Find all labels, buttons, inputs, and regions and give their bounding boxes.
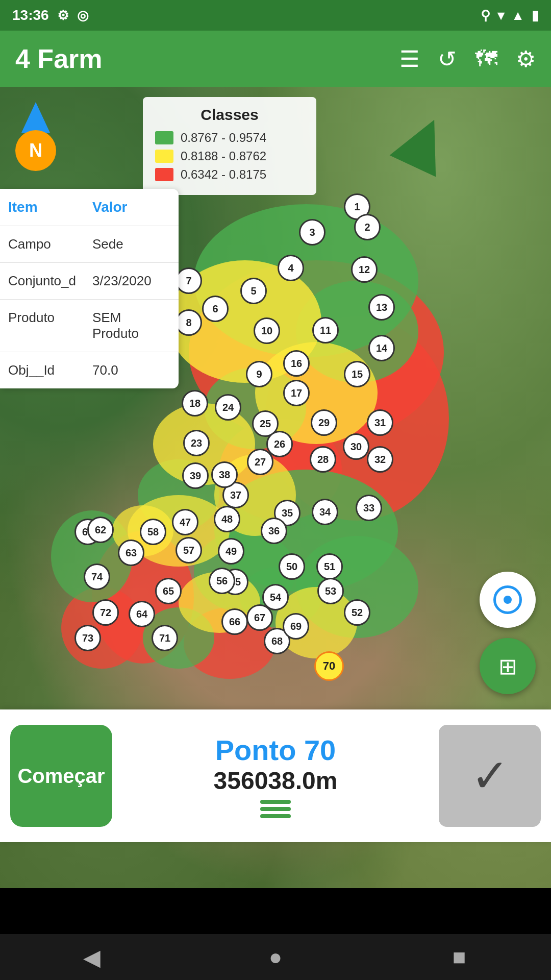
map-point-34[interactable]: 34 — [312, 499, 338, 525]
map-point-23[interactable]: 23 — [183, 430, 210, 456]
check-button[interactable]: ✓ — [439, 725, 541, 827]
map-point-63[interactable]: 63 — [118, 540, 144, 566]
map-point-47[interactable]: 47 — [172, 509, 198, 535]
legend-item-3: 0.6342 - 0.8175 — [155, 167, 304, 182]
map-point-51[interactable]: 51 — [316, 553, 343, 580]
map-point-17[interactable]: 17 — [283, 380, 310, 406]
map-point-13[interactable]: 13 — [368, 294, 395, 321]
map-point-31[interactable]: 31 — [367, 409, 393, 436]
map-point-71[interactable]: 71 — [152, 625, 178, 651]
map-point-38[interactable]: 38 — [211, 461, 238, 488]
map-point-11[interactable]: 11 — [312, 317, 339, 344]
info-table: Item Valor CampoSedeConjunto_d3/23/2020P… — [0, 189, 179, 388]
info-table-row: Conjunto_d3/23/2020 — [0, 263, 179, 300]
layers-icon: ⊞ — [498, 653, 517, 679]
map-point-52[interactable]: 52 — [344, 599, 370, 626]
settings-status-icon: ⚙ — [57, 8, 69, 23]
info-table-item: Conjunto_d — [0, 263, 84, 300]
app-toolbar: 4 Farm ☰ ↺ 🗺 ⚙ — [0, 31, 551, 87]
nav-back-button[interactable]: ◀ — [61, 939, 122, 975]
map-point-18[interactable]: 18 — [182, 390, 208, 416]
map-point-74[interactable]: 74 — [84, 564, 110, 590]
history-icon[interactable]: ↺ — [438, 46, 457, 72]
info-table-valor: 70.0 — [84, 352, 179, 389]
map-container[interactable]: N Classes 0.8767 - 0.9574 0.8188 - 0.876… — [0, 87, 551, 888]
wifi-status-icon: ▾ — [497, 8, 504, 23]
nav-home-button[interactable]: ● — [245, 939, 306, 975]
legend-title: Classes — [155, 106, 304, 124]
map-point-67[interactable]: 67 — [246, 604, 273, 631]
map-point-27[interactable]: 27 — [247, 449, 273, 475]
map-point-33[interactable]: 33 — [356, 495, 382, 521]
map-point-9[interactable]: 9 — [246, 361, 272, 387]
map-point-53[interactable]: 53 — [317, 578, 344, 604]
map-point-39[interactable]: 39 — [182, 462, 209, 489]
map-point-58[interactable]: 58 — [140, 519, 166, 545]
nav-bar: ◀ ● ■ — [0, 934, 551, 980]
map-point-57[interactable]: 57 — [176, 537, 202, 564]
legend-color-red — [155, 168, 173, 181]
map-point-32[interactable]: 32 — [367, 446, 393, 473]
direction-arrow — [398, 117, 449, 168]
map-point-73[interactable]: 73 — [74, 625, 101, 651]
map-point-10[interactable]: 10 — [254, 317, 280, 344]
map-point-3[interactable]: 3 — [299, 219, 325, 246]
map-point-15[interactable]: 15 — [344, 361, 370, 387]
bottom-center: Ponto 70 356038.0m — [112, 733, 439, 818]
info-table-item: Obj__Id — [0, 352, 84, 389]
map-point-72[interactable]: 72 — [92, 599, 119, 626]
info-table-valor: SEM Produto — [84, 300, 179, 352]
map-point-50[interactable]: 50 — [279, 553, 305, 580]
map-point-24[interactable]: 24 — [215, 394, 241, 421]
map-point-12[interactable]: 12 — [351, 256, 378, 283]
map-point-14[interactable]: 14 — [368, 335, 395, 361]
map-icon[interactable]: 🗺 — [475, 46, 497, 71]
map-point-69[interactable]: 69 — [283, 613, 309, 640]
map-point-6[interactable]: 6 — [202, 296, 229, 322]
map-point-62[interactable]: 62 — [87, 517, 114, 543]
check-icon: ✓ — [471, 753, 509, 799]
map-point-28[interactable]: 28 — [310, 446, 336, 473]
point-distance: 356038.0m — [214, 767, 338, 795]
north-arrow: N — [15, 102, 56, 171]
legend-item-1: 0.8767 - 0.9574 — [155, 131, 304, 145]
map-point-48[interactable]: 48 — [214, 506, 240, 532]
map-point-56[interactable]: 56 — [209, 568, 235, 594]
map-point-29[interactable]: 29 — [311, 409, 337, 436]
menu-icon[interactable]: ☰ — [399, 46, 419, 72]
col-valor-header: Valor — [84, 189, 179, 226]
legend-item-2: 0.8188 - 0.8762 — [155, 149, 304, 163]
map-point-2[interactable]: 2 — [354, 214, 381, 240]
map-point-4[interactable]: 4 — [278, 255, 304, 281]
bottom-list-icon[interactable] — [260, 800, 291, 818]
north-triangle — [21, 102, 50, 133]
info-table-row: ProdutoSEM Produto — [0, 300, 179, 352]
map-point-64[interactable]: 64 — [129, 601, 155, 627]
at-status-icon: ◎ — [77, 8, 89, 23]
map-point-8[interactable]: 8 — [176, 309, 202, 336]
map-point-49[interactable]: 49 — [218, 538, 244, 565]
bottom-panel: Começar Ponto 70 356038.0m ✓ — [0, 709, 551, 842]
legend-label-2: 0.8188 - 0.8762 — [181, 149, 266, 163]
map-point-7[interactable]: 7 — [176, 267, 202, 294]
signal-status-icon: ▲ — [511, 8, 524, 23]
map-point-30[interactable]: 30 — [343, 433, 369, 460]
info-table-valor: Sede — [84, 226, 179, 263]
legend-color-green — [155, 131, 173, 144]
app-title: 4 Farm — [15, 43, 103, 74]
map-point-16[interactable]: 16 — [283, 350, 310, 377]
map-point-36[interactable]: 36 — [261, 518, 287, 544]
nav-recent-button[interactable]: ■ — [429, 939, 490, 975]
status-bar: 13:36 ⚙ ◎ ⚲ ▾ ▲ ▮ — [0, 0, 551, 31]
time-display: 13:36 — [12, 7, 49, 23]
legend-label-3: 0.6342 - 0.8175 — [181, 167, 266, 182]
map-point-66[interactable]: 66 — [221, 608, 248, 635]
map-point-70[interactable]: 70 — [314, 651, 344, 681]
info-table-row: Obj__Id70.0 — [0, 352, 179, 389]
layers-button[interactable]: ⊞ — [480, 638, 536, 694]
settings-icon[interactable]: ⚙ — [516, 46, 536, 72]
start-button[interactable]: Começar — [10, 725, 112, 827]
map-point-5[interactable]: 5 — [240, 278, 267, 304]
gps-button[interactable] — [480, 572, 536, 628]
map-point-65[interactable]: 65 — [155, 578, 182, 604]
